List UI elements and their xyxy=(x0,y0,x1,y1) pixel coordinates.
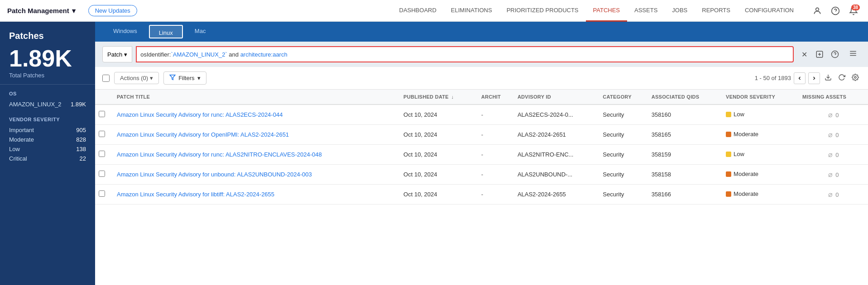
col-published-date[interactable]: PUBLISHED DATE ↓ xyxy=(400,90,478,104)
search-bar-row: Patch ▾ osIdentifier:`AMAZON_LINUX_2` an… xyxy=(95,42,868,67)
sidebar: Patches 1.89K Total Patches OS AMAZON_LI… xyxy=(0,22,95,285)
search-type-dropdown[interactable]: Patch ▾ xyxy=(102,46,132,62)
col-patch-title[interactable]: PATCH TITLE xyxy=(113,90,400,104)
col-category[interactable]: CATEGORY xyxy=(599,90,647,104)
missing-assets-value: 0 xyxy=(835,112,839,119)
row-checkbox[interactable] xyxy=(99,131,105,137)
table-row: Amazon Linux Security Advisory for libti… xyxy=(95,185,868,204)
row-checkbox[interactable] xyxy=(99,190,105,197)
sidebar-total-label: Total Patches xyxy=(0,72,95,79)
published-date-cell: Oct 10, 2024 xyxy=(400,125,478,145)
actions-dropdown-button[interactable]: Actions (0) ▾ xyxy=(114,72,159,84)
next-page-button[interactable] xyxy=(808,72,820,84)
severity-dot xyxy=(726,171,731,177)
row-checkbox[interactable] xyxy=(99,151,105,157)
col-missing-assets[interactable]: MISSING ASSETS xyxy=(799,90,868,104)
vendor-severity-cell: Moderate xyxy=(722,185,799,204)
row-checkbox-cell xyxy=(95,165,113,185)
patch-title-link[interactable]: Amazon Linux Security Advisory for OpenI… xyxy=(117,131,289,138)
nav-link-assets[interactable]: ASSETS xyxy=(627,0,665,22)
filters-button[interactable]: Filters ▾ xyxy=(163,71,206,85)
settings-button[interactable] xyxy=(850,73,861,84)
nav-link-configuration[interactable]: CONFIGURATION xyxy=(738,0,801,22)
download-button[interactable] xyxy=(823,73,834,84)
patch-title-link[interactable]: Amazon Linux Security Advisory for libti… xyxy=(117,191,274,198)
sidebar-os-title: OS xyxy=(9,91,86,96)
row-checkbox[interactable] xyxy=(99,171,105,177)
associated-qids-cell: 358165 xyxy=(648,125,722,145)
missing-assets-cell: ⌀ 0 xyxy=(799,104,868,125)
brand-chevron: ▾ xyxy=(72,7,76,15)
col-archit[interactable]: ARCHIT xyxy=(478,90,514,104)
nav-link-eliminations[interactable]: ELIMINATIONS xyxy=(444,0,499,22)
help-icon-button[interactable] xyxy=(828,4,843,18)
severity-badge: Low xyxy=(726,111,744,118)
category-cell: Security xyxy=(599,185,647,204)
col-advisory-id[interactable]: ADVISORY ID xyxy=(514,90,599,104)
notification-badge: 38 xyxy=(851,5,860,10)
table-toolbar: Actions (0) ▾ Filters ▾ 1 - 50 of 1893 xyxy=(95,67,868,90)
patch-title-link[interactable]: Amazon Linux Security Advisory for runc:… xyxy=(117,151,322,158)
sidebar-severity-label-2: Low xyxy=(9,146,20,152)
col-vendor-severity[interactable]: VENDOR SEVERITY xyxy=(722,90,799,104)
refresh-button[interactable] xyxy=(836,73,847,84)
missing-assets-value: 0 xyxy=(835,171,839,178)
new-updates-button[interactable]: New Updates xyxy=(88,5,137,16)
col-associated-qids[interactable]: ASSOCIATED QIDS xyxy=(648,90,722,104)
add-icon xyxy=(815,50,824,58)
missing-assets-cell: ⌀ 0 xyxy=(799,125,868,145)
user-icon-button[interactable] xyxy=(810,4,825,18)
tab-windows[interactable]: Windows xyxy=(104,22,146,42)
missing-assets-value: 0 xyxy=(835,132,839,138)
download-icon xyxy=(825,74,832,81)
actions-chevron: ▾ xyxy=(150,75,153,81)
category-cell: Security xyxy=(599,165,647,185)
prev-page-button[interactable] xyxy=(794,72,806,84)
chevron-right-icon xyxy=(811,76,817,81)
settings-icon xyxy=(852,74,859,81)
hamburger-menu-button[interactable] xyxy=(845,48,861,62)
patch-title-link[interactable]: Amazon Linux Security Advisory for unbou… xyxy=(117,171,312,178)
vendor-severity-cell: Moderate xyxy=(722,125,799,145)
filters-label: Filters xyxy=(178,75,194,81)
missing-assets-cell: ⌀ 0 xyxy=(799,165,868,185)
sidebar-title: Patches xyxy=(0,22,95,45)
published-date-cell: Oct 10, 2024 xyxy=(400,185,478,204)
patch-title-cell: Amazon Linux Security Advisory for runc:… xyxy=(113,104,400,125)
search-input-wrap[interactable]: osIdentifier:`AMAZON_LINUX_2` and archit… xyxy=(136,46,794,62)
nav-link-prioritized-products[interactable]: PRIORITIZED PRODUCTS xyxy=(499,0,586,22)
sidebar-severity-label-1: Moderate xyxy=(9,136,34,143)
associated-qids-cell: 358159 xyxy=(648,145,722,165)
nav-link-reports[interactable]: REPORTS xyxy=(695,0,738,22)
sidebar-severity-row-1: Moderate 828 xyxy=(9,136,86,143)
select-all-checkbox[interactable] xyxy=(102,75,110,82)
svg-marker-9 xyxy=(170,75,175,80)
severity-badge: Low xyxy=(726,151,744,157)
notification-icon-button[interactable]: 38 xyxy=(846,4,861,18)
row-checkbox[interactable] xyxy=(99,111,105,117)
archit-cell: - xyxy=(478,145,514,165)
nav-link-patches[interactable]: PATCHES xyxy=(586,0,627,22)
sort-arrow-icon: ↓ xyxy=(451,94,454,100)
archit-cell: - xyxy=(478,165,514,185)
clear-search-button[interactable]: ✕ xyxy=(797,48,811,61)
search-help-button[interactable] xyxy=(828,48,842,61)
chevron-left-icon xyxy=(797,76,802,81)
associated-qids-cell: 358158 xyxy=(648,165,722,185)
tab-linux[interactable]: Linux xyxy=(149,25,183,38)
severity-dot xyxy=(726,152,731,157)
sidebar-total-number: 1.89K xyxy=(9,47,86,70)
patch-title-link[interactable]: Amazon Linux Security Advisory for runc:… xyxy=(117,111,283,118)
add-search-button[interactable] xyxy=(813,48,826,61)
nav-link-jobs[interactable]: JOBS xyxy=(665,0,695,22)
search-type-label: Patch xyxy=(107,51,122,58)
sidebar-severity-row-3: Critical 22 xyxy=(9,155,86,162)
missing-assets-count: ⌀ xyxy=(828,151,833,158)
severity-dot xyxy=(726,191,731,197)
svg-point-11 xyxy=(854,76,856,78)
nav-link-dashboard[interactable]: DASHBOARD xyxy=(392,0,444,22)
tab-mac[interactable]: Mac xyxy=(186,22,215,42)
severity-text: Moderate xyxy=(734,171,758,177)
brand[interactable]: Patch Management ▾ xyxy=(7,7,76,15)
main-layout: Patches 1.89K Total Patches OS AMAZON_LI… xyxy=(0,22,868,285)
